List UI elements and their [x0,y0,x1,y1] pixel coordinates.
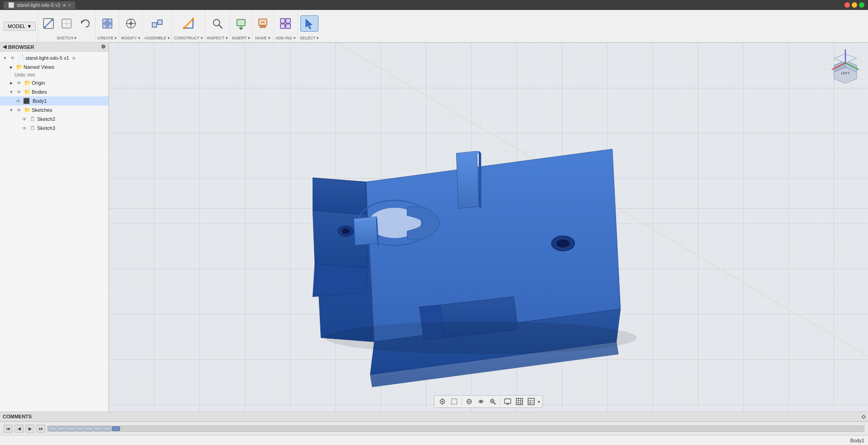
tree-item-sketches[interactable]: ▼ 👁 📁 Sketches [0,105,108,115]
sketch-sub1-button[interactable] [58,16,75,31]
vp-more-button[interactable] [526,397,537,407]
timeline-prev-button[interactable]: ◀ [14,425,24,433]
minimize-window-button[interactable] [852,2,857,8]
timeline-marker-7[interactable] [103,426,111,431]
vp-zoom-button[interactable] [487,397,498,407]
sketch-button[interactable] [40,16,57,31]
create-buttons [99,11,116,36]
maximize-window-button[interactable] [859,2,864,8]
svg-marker-45 [313,178,366,215]
browser-title: BROWSER [8,44,34,50]
vp-pan-button[interactable] [464,397,475,407]
vp-orbit-button[interactable] [476,397,487,407]
timeline-marker-4[interactable] [76,426,84,431]
comments-title: COMMENTS [3,414,32,419]
svg-point-12 [130,22,132,25]
timeline-bar: ⏮ ◀ ▶ ⏭ [0,421,868,435]
timeline-marker-2[interactable] [58,426,66,431]
timeline-marker-5[interactable] [85,426,93,431]
undo-button[interactable] [76,16,93,31]
sketch-icon [42,17,55,30]
svg-line-79 [494,402,496,404]
tree-eye-body1: 👁 [14,97,22,105]
tree-arrow-bodies: ▼ [8,89,14,95]
insert-group-label: INSERT ▾ [232,36,250,41]
tree-item-bodies[interactable]: ▼ 👁 📁 Bodies [0,87,108,96]
timeline-marker-1[interactable] [48,426,57,431]
create-group-label: CREATE ▾ [97,36,117,41]
svg-point-19 [183,27,185,29]
addins-button[interactable] [277,16,294,31]
viewport-bottom-toolbar: ▾ [434,395,543,408]
tree-item-sketch2[interactable]: 👁 🗒 Sketch2 [0,115,108,124]
tree-label-body1: Body1 [31,98,48,104]
vp-origin-button[interactable] [449,397,460,407]
model-menu-group: MODEL ▼ [2,10,38,42]
vp-grid-button[interactable] [514,397,525,407]
assemble-icon [151,17,164,30]
comments-header: COMMENTS ◇ [0,412,868,421]
assemble-button[interactable] [149,16,166,31]
viewport[interactable]: LEFT [109,43,868,412]
inspect-buttons [209,11,226,36]
sketch-group-label: SKETCH ▾ [57,36,77,41]
timeline-marker-3[interactable] [67,426,75,431]
main-area: ◀ BROWSER ⚙ ▼ 👁 📄 stand-light-sdo-5 v1 ◉… [0,43,868,412]
tab-modified-dot: ● [63,2,66,8]
tree-arrow-origin: ▶ [8,80,14,86]
3d-model [109,43,868,412]
construct-icon [182,17,195,30]
vp-separator-1 [462,398,462,405]
tree-label-origin: Origin [32,80,45,86]
modify-icon [125,17,137,30]
inspect-button[interactable] [209,16,226,31]
tree-item-named-views[interactable]: ▶ 📁 Named Views [0,62,108,72]
timeline-forward-button[interactable]: ⏭ [36,425,45,433]
browser-settings-icon[interactable]: ⚙ [101,44,106,50]
addins-icon [279,17,292,30]
svg-rect-29 [286,19,290,23]
svg-rect-73 [452,399,457,404]
tree-eye-sketches: 👁 [15,106,23,114]
nav-cube[interactable]: LEFT [827,47,863,83]
timeline-marker-8[interactable] [112,426,120,431]
browser-tree: ▼ 👁 📄 stand-light-sdo-5 v1 ◉ ▶ 📁 Named V… [0,52,108,412]
comments-expand-button[interactable]: ◇ [862,414,865,420]
sketch-sub1-icon [60,17,73,30]
vp-display-button[interactable] [502,397,513,407]
timeline-play-button[interactable]: ▶ [25,425,34,433]
insert-button[interactable] [232,16,250,31]
tree-label-sketch2: Sketch2 [37,116,55,122]
make-button[interactable] [254,16,271,31]
assemble-group-label: ASSEMBLE ▾ [145,36,170,41]
document-tab[interactable]: ⬜ stand-light-sdo-5 v1 ● × [4,1,75,9]
select-group: SELECT ▾ [298,10,321,42]
timeline-marker-6[interactable] [94,426,102,431]
svg-line-1 [45,20,52,27]
timeline-rewind-button[interactable]: ⏮ [4,425,13,433]
tree-arrow-sketches: ▼ [8,107,14,113]
tree-item-body1[interactable]: 👁 ⬛ Body1 [0,96,108,105]
tree-item-sketch3[interactable]: 👁 🗒 Sketch3 [0,124,108,133]
model-menu-button[interactable]: MODEL ▼ [4,22,36,31]
vp-more-dropdown[interactable]: ▾ [538,399,540,404]
tree-label-sketches: Sketches [32,107,52,113]
tree-item-origin[interactable]: ▶ 👁 📁 Origin [0,78,108,87]
close-window-button[interactable] [844,2,850,8]
svg-rect-14 [158,20,162,24]
collapse-sidebar-button[interactable]: ◀ [3,44,6,50]
active-body-label: Body1 [850,438,864,443]
svg-point-60 [325,321,637,354]
svg-rect-82 [505,399,511,403]
browser-header: ◀ BROWSER ⚙ [0,43,108,52]
modify-button[interactable] [122,16,140,31]
select-button[interactable] [300,15,318,32]
construct-button[interactable] [180,16,197,31]
svg-point-59 [556,239,569,248]
create-button[interactable] [99,16,116,31]
tree-item-root[interactable]: ▼ 👁 📄 stand-light-sdo-5 v1 ◉ [0,53,108,62]
timeline-track[interactable] [47,426,864,432]
vp-snap-button[interactable] [437,397,448,407]
undo-icon [78,17,91,30]
tab-close-button[interactable]: × [68,3,71,8]
